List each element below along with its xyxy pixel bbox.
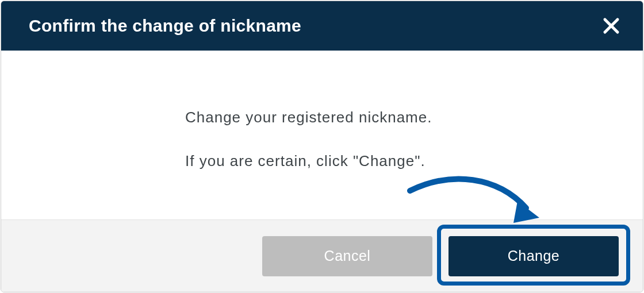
dialog-footer: Cancel Change (1, 219, 643, 292)
close-button[interactable] (603, 17, 620, 34)
dialog-title: Confirm the change of nickname (29, 16, 301, 36)
cancel-button[interactable]: Cancel (262, 236, 432, 276)
confirm-dialog: Confirm the change of nickname Change yo… (1, 1, 643, 292)
body-text-line2: If you are certain, click "Change". (185, 151, 643, 172)
close-icon (603, 17, 620, 34)
body-text-line1: Change your registered nickname. (185, 107, 643, 129)
dialog-body: Change your registered nickname. If you … (1, 51, 643, 219)
change-button[interactable]: Change (448, 236, 619, 276)
dialog-header: Confirm the change of nickname (1, 1, 643, 51)
